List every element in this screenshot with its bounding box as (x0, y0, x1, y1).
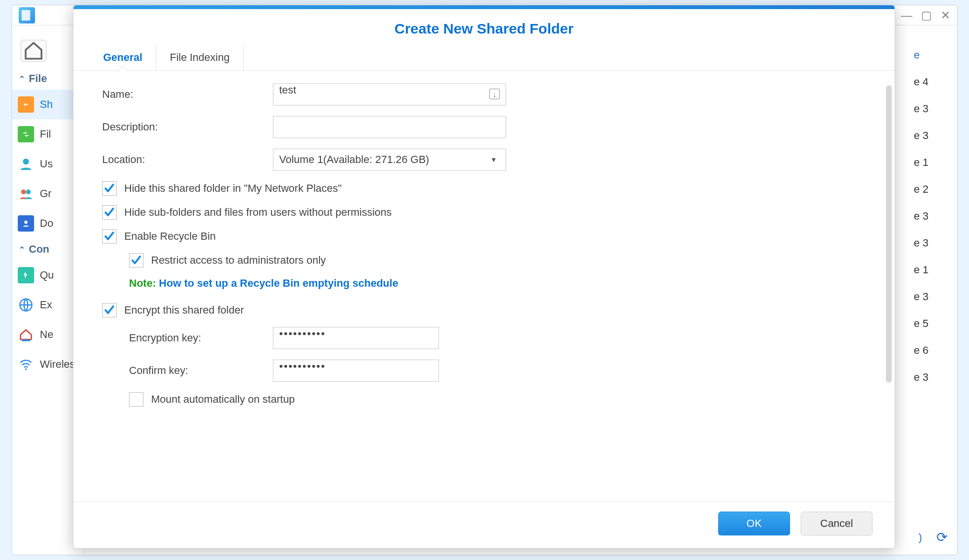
table-row: e 1 (912, 149, 957, 176)
autofill-icon[interactable] (489, 89, 500, 99)
bg-col-header: e (912, 42, 957, 69)
table-row: e 4 (912, 69, 957, 95)
modal-accent-bar (73, 5, 895, 9)
mount-startup-checkbox[interactable] (129, 392, 143, 407)
group-icon (18, 186, 34, 202)
scrollbar-thumb[interactable] (886, 85, 892, 383)
svg-point-1 (21, 189, 26, 194)
confirm-key-label: Confirm key: (129, 364, 273, 377)
sidebar-item-label: Sh (40, 98, 53, 111)
sidebar-item-label: Ne (40, 328, 53, 341)
name-value: test (279, 84, 296, 96)
svg-point-3 (24, 221, 28, 224)
sidebar-item-label: Fil (40, 128, 51, 140)
modal-footer: OK Cancel (73, 502, 895, 548)
hide-network-checkbox[interactable] (102, 181, 117, 196)
table-row: e 6 (912, 337, 957, 364)
cloud-bolt-icon (18, 267, 34, 283)
encrypt-checkbox[interactable] (102, 303, 117, 317)
tab-general[interactable]: General (90, 46, 156, 70)
chevron-down-icon: ▼ (490, 156, 497, 163)
svg-point-6 (25, 368, 27, 370)
modal-content: Name: test Description: Location: Volume… (73, 71, 895, 502)
cancel-button[interactable]: Cancel (801, 512, 873, 536)
network-icon (18, 327, 34, 343)
modal-tabs: General File Indexing (73, 46, 895, 71)
app-icon (19, 7, 35, 23)
globe-icon (18, 297, 34, 313)
name-input[interactable]: test (273, 83, 506, 105)
svg-point-0 (23, 159, 29, 165)
hide-network-label: Hide this shared folder in "My Network P… (124, 182, 342, 195)
maximize-icon[interactable]: ▢ (921, 9, 932, 22)
close-icon[interactable]: ✕ (941, 9, 950, 22)
encrypt-label: Encrypt this shared folder (124, 304, 244, 316)
table-row: e 3 (912, 203, 957, 230)
encryption-key-value: •••••••••• (279, 327, 326, 339)
contacts-icon (18, 215, 34, 232)
note-prefix: Note: (129, 277, 156, 289)
sidebar-item-label: Us (40, 158, 53, 170)
sidebar-item-label: Qu (40, 269, 54, 281)
recycle-bin-note: Note: How to set up a Recycle Bin emptyi… (129, 277, 861, 290)
table-row: e 3 (912, 95, 957, 122)
recycle-schedule-link[interactable]: How to set up a Recycle Bin emptying sch… (159, 277, 398, 289)
sidebar-item-label: Do (40, 217, 53, 230)
bg-footer-text[interactable]: ) (919, 531, 922, 544)
create-shared-folder-modal: Create New Shared Folder General File In… (73, 5, 895, 548)
table-row: e 3 (912, 122, 957, 149)
encryption-key-input[interactable]: •••••••••• (273, 327, 439, 349)
user-icon (18, 156, 34, 172)
restrict-admin-checkbox[interactable] (129, 253, 143, 268)
chevron-up-icon: ⌃ (19, 245, 25, 254)
ok-button[interactable]: OK (718, 512, 790, 536)
home-button[interactable] (21, 40, 47, 62)
mount-startup-label: Mount automatically on startup (151, 393, 295, 406)
file-transfer-icon (18, 126, 34, 142)
table-row: e 1 (912, 257, 957, 283)
hide-subfolders-label: Hide sub-folders and files from users wi… (124, 206, 392, 219)
wifi-icon (18, 356, 34, 373)
chevron-up-icon: ⌃ (19, 74, 25, 83)
location-label: Location: (102, 153, 273, 166)
location-select[interactable]: Volume 1(Available: 271.26 GB) ▼ (273, 149, 506, 171)
recycle-bin-checkbox[interactable] (102, 229, 117, 244)
name-label: Name: (102, 88, 273, 101)
location-value: Volume 1(Available: 271.26 GB) (279, 153, 429, 166)
sidebar-section-label: File (29, 72, 47, 85)
folder-share-icon (18, 96, 34, 113)
confirm-key-value: •••••••••• (279, 360, 326, 372)
tab-file-indexing[interactable]: File Indexing (156, 46, 244, 70)
restrict-admin-label: Restrict access to administrators only (151, 254, 326, 267)
sidebar-section-label: Con (29, 243, 49, 256)
refresh-icon[interactable]: ⟳ (936, 529, 947, 545)
sidebar-item-label: Ex (40, 299, 52, 311)
description-input[interactable] (273, 116, 506, 138)
encryption-key-label: Encryption key: (129, 332, 273, 344)
table-row: e 2 (912, 176, 957, 203)
bg-right-column: e e 4 e 3 e 3 e 1 e 2 e 3 e 3 e 1 e 3 e … (912, 42, 957, 550)
modal-title: Create New Shared Folder (73, 9, 895, 46)
table-row: e 3 (912, 283, 957, 310)
description-label: Description: (102, 121, 273, 133)
svg-point-2 (26, 189, 31, 194)
confirm-key-input[interactable]: •••••••••• (273, 360, 439, 382)
svg-rect-5 (22, 339, 30, 341)
table-row: e 3 (912, 364, 957, 391)
minimize-icon[interactable]: — (901, 9, 912, 22)
hide-subfolders-checkbox[interactable] (102, 205, 117, 220)
sidebar-item-label: Gr (40, 187, 51, 200)
recycle-bin-label: Enable Recycle Bin (124, 230, 216, 243)
table-row: e 3 (912, 230, 957, 257)
table-row: e 5 (912, 310, 957, 337)
